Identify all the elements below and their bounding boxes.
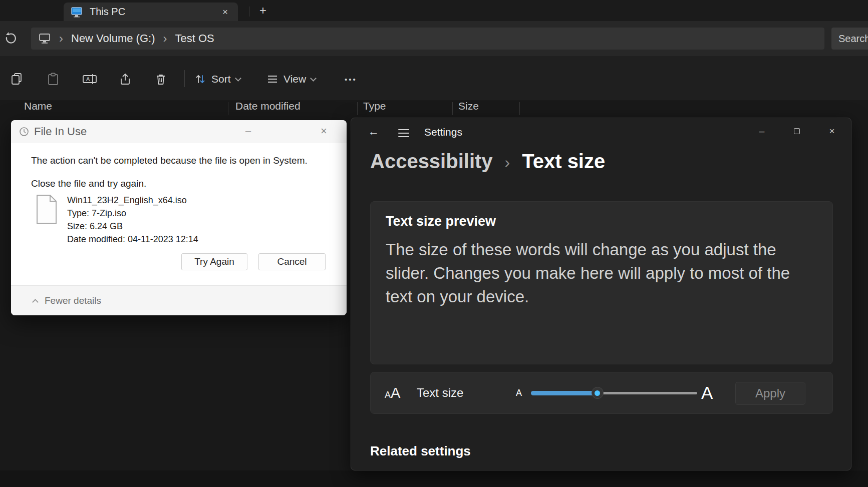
file-in-use-dialog: File In Use – × The action can't be comp… <box>11 120 347 315</box>
toolbar-separator <box>184 70 185 87</box>
delete-icon <box>154 72 168 86</box>
chevron-down-icon <box>235 75 241 82</box>
view-icon <box>266 73 278 85</box>
dialog-instruction: Close the file and try again. <box>31 178 146 189</box>
settings-close-button[interactable]: × <box>821 122 843 140</box>
address-pc-icon <box>38 33 51 45</box>
settings-maximize-button[interactable] <box>786 122 808 140</box>
clock-icon <box>19 127 29 137</box>
settings-window: ← Settings – × Accessibility › Text size… <box>351 118 851 470</box>
file-icon <box>35 194 58 224</box>
address-chevron-icon: › <box>163 32 167 46</box>
rename-icon: A <box>82 72 97 86</box>
column-separator[interactable] <box>357 102 358 115</box>
preview-card-body: The size of these words will change as y… <box>386 238 819 308</box>
tab-close-icon[interactable]: × <box>219 6 231 18</box>
sort-label: Sort <box>211 73 231 85</box>
try-again-button[interactable]: Try Again <box>181 253 247 270</box>
sort-icon <box>194 73 206 85</box>
hamburger-menu-icon[interactable] <box>398 129 409 137</box>
file-size: Size: 6.24 GB <box>67 220 123 233</box>
apply-button[interactable]: Apply <box>735 382 805 405</box>
dialog-message: The action can't be completed because th… <box>31 155 308 166</box>
text-size-icon: AA <box>385 372 400 413</box>
dialog-minimize-icon[interactable]: – <box>245 125 251 137</box>
column-separator[interactable] <box>452 102 453 115</box>
chevron-down-icon <box>310 75 317 82</box>
copy-button[interactable] <box>6 68 28 90</box>
column-header-type[interactable]: Type <box>363 100 386 116</box>
sort-button[interactable]: Sort <box>194 68 240 90</box>
address-bar[interactable]: › New Volume (G:) › Test OS <box>31 28 824 50</box>
refresh-icon[interactable] <box>3 31 18 46</box>
paste-icon <box>46 72 60 86</box>
page-title: Text size <box>522 150 605 173</box>
tab-separator <box>249 7 249 17</box>
slider-max-a: A <box>701 372 713 413</box>
new-tab-button[interactable]: + <box>254 2 271 19</box>
search-input[interactable]: Search <box>831 28 868 50</box>
cancel-button[interactable]: Cancel <box>258 253 326 270</box>
text-size-label: Text size <box>417 372 463 413</box>
screen: This PC × + › New Volume (G:) › Te <box>0 0 868 487</box>
chevron-right-icon: › <box>505 151 510 172</box>
dialog-title-bar: File In Use <box>11 120 347 143</box>
column-separator[interactable] <box>519 102 520 115</box>
breadcrumb-accessibility[interactable]: Accessibility <box>370 150 493 173</box>
view-label: View <box>283 73 306 85</box>
chevron-up-icon <box>32 299 39 305</box>
dialog-title: File In Use <box>34 125 87 138</box>
rename-button[interactable]: A <box>79 68 101 90</box>
slider-thumb[interactable] <box>592 387 604 399</box>
window-bottom-area <box>0 470 868 487</box>
file-type: Type: 7-Zip.iso <box>67 207 126 220</box>
more-options-icon: ••• <box>345 75 357 84</box>
column-separator[interactable] <box>228 102 228 115</box>
text-size-slider[interactable] <box>531 372 697 413</box>
view-button[interactable]: View <box>266 68 316 90</box>
tab-title: This PC <box>90 6 219 18</box>
share-button[interactable] <box>114 68 136 90</box>
delete-button[interactable] <box>150 68 172 90</box>
svg-text:A: A <box>86 76 90 82</box>
command-bar: A Sort <box>0 56 868 100</box>
address-segment-drive[interactable]: New Volume (G:) <box>71 32 155 45</box>
breadcrumb: Accessibility › Text size <box>370 150 605 173</box>
file-date-modified: Date modified: 04-11-2023 12:14 <box>67 233 198 246</box>
file-name: Win11_23H2_English_x64.iso <box>67 194 187 207</box>
dialog-close-icon[interactable]: × <box>321 125 327 138</box>
address-chevron-icon: › <box>59 32 63 46</box>
dialog-footer: Fewer details <box>11 285 347 315</box>
this-pc-monitor-icon <box>71 7 83 18</box>
more-options-button[interactable]: ••• <box>345 68 357 90</box>
column-header-size[interactable]: Size <box>458 100 479 116</box>
share-icon <box>118 72 132 86</box>
maximize-icon <box>794 128 800 134</box>
related-settings-heading: Related settings <box>370 443 471 459</box>
tab-this-pc[interactable]: This PC × <box>64 3 238 21</box>
address-segment-folder[interactable]: Test OS <box>175 32 214 45</box>
column-header-name[interactable]: Name <box>24 100 52 116</box>
text-size-preview-card: Text size preview The size of these word… <box>370 201 833 364</box>
settings-minimize-button[interactable]: – <box>751 122 773 140</box>
address-bar-row: › New Volume (G:) › Test OS Search <box>0 21 868 56</box>
fewer-details-toggle[interactable]: Fewer details <box>45 295 101 306</box>
column-header-date-modified[interactable]: Date modified <box>235 100 301 116</box>
search-value: Search <box>838 33 868 45</box>
explorer-tab-bar: This PC × + <box>0 0 868 21</box>
copy-icon <box>10 72 24 86</box>
paste-button[interactable] <box>42 68 64 90</box>
preview-card-title: Text size preview <box>386 214 496 229</box>
settings-window-title: Settings <box>424 126 462 138</box>
back-icon[interactable]: ← <box>368 125 379 138</box>
text-size-slider-card: AA Text size A A Apply <box>370 372 833 414</box>
slider-min-a: A <box>516 372 522 413</box>
slider-fill <box>531 391 598 395</box>
